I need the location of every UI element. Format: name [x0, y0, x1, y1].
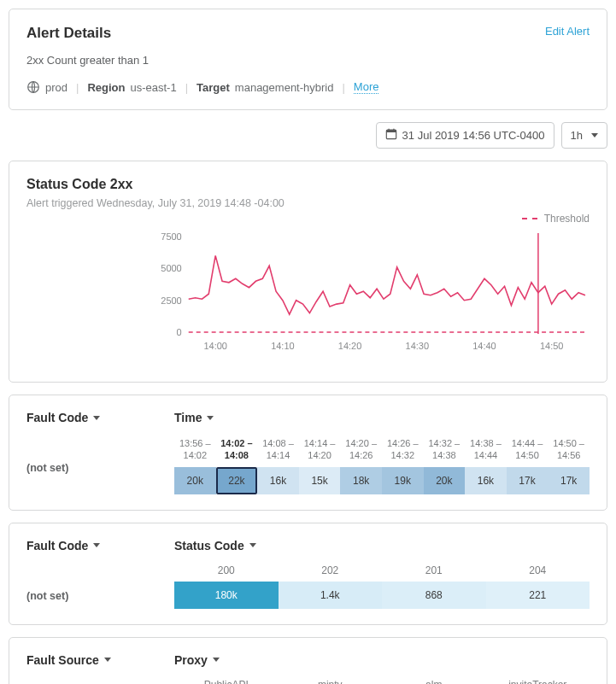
time-toolbar: 31 Jul 2019 14:56 UTC-0400 1h [9, 122, 607, 149]
svg-text:7500: 7500 [161, 231, 181, 242]
time-heat-cell[interactable]: 16k [465, 467, 507, 494]
status-code-dropdown[interactable]: Status Code [174, 539, 256, 552]
fault-source-dropdown[interactable]: Fault Source [26, 653, 111, 667]
svg-text:14:50: 14:50 [540, 341, 563, 351]
status-heat-cell[interactable]: 1.4k [279, 582, 383, 609]
region-label: Region [87, 81, 125, 94]
time-heat-cell[interactable]: 22k [216, 467, 258, 494]
time-heat-cell[interactable]: 19k [382, 467, 424, 494]
time-heat-row: 20k22k16k15k18k19k20k16k17k17k [174, 467, 590, 494]
target-label: Target [197, 81, 230, 94]
proxy-column-label: PublicAPI [174, 679, 279, 685]
status-code-label: 204 [486, 564, 590, 582]
calendar-icon [385, 128, 397, 143]
time-bucket-label: 14:08 –14:14 [257, 436, 299, 467]
chevron-down-icon [93, 543, 100, 547]
datetime-text: 31 Jul 2019 14:56 UTC-0400 [402, 129, 545, 142]
time-bucket-label: 14:38 –14:44 [465, 436, 507, 467]
edit-alert-link[interactable]: Edit Alert [545, 25, 590, 38]
alert-meta-row: prod | Region us-east-1 | Target managem… [26, 80, 590, 94]
time-bucket-label: 14:44 –14:50 [507, 436, 549, 467]
range-text: 1h [571, 129, 583, 142]
time-heat-cell[interactable]: 17k [507, 467, 549, 494]
time-heat-cell[interactable]: 18k [340, 467, 382, 494]
fault-status-card: Fault Code (not set) Status Code 2002022… [9, 523, 607, 625]
time-bucket-label: 14:50 –14:56 [548, 436, 590, 467]
time-heat-cell[interactable]: 20k [424, 467, 466, 494]
svg-text:0: 0 [177, 327, 182, 337]
target-value: management-hybrid [235, 81, 334, 94]
alert-details-title: Alert Details [26, 25, 111, 42]
alert-details-card: Alert Details Edit Alert 2xx Count great… [9, 9, 607, 110]
fault-code-dropdown[interactable]: Fault Code [26, 411, 100, 424]
svg-rect-4 [393, 129, 394, 132]
time-dropdown[interactable]: Time [174, 411, 214, 424]
proxy-header: PublicAPImintyalminviteTracker [174, 679, 590, 685]
status-line-chart: 025005000750014:0014:1014:2014:3014:4014… [26, 230, 590, 366]
chart-title: Status Code 2xx [26, 177, 590, 192]
chevron-down-icon [249, 543, 256, 547]
more-link[interactable]: More [354, 80, 379, 94]
chevron-down-icon [104, 658, 111, 662]
datetime-picker[interactable]: 31 Jul 2019 14:56 UTC-0400 [376, 122, 554, 149]
chevron-down-icon [213, 658, 220, 662]
svg-text:2500: 2500 [161, 295, 181, 306]
alert-condition-text: 2xx Count greater than 1 [26, 54, 590, 67]
status-heat-cell[interactable]: 180k [174, 582, 279, 609]
range-picker[interactable]: 1h [561, 122, 607, 149]
svg-text:14:30: 14:30 [406, 341, 429, 351]
time-heat-cell[interactable]: 15k [299, 467, 341, 494]
svg-text:14:40: 14:40 [472, 341, 496, 351]
status-heat-cell[interactable]: 868 [382, 582, 486, 609]
threshold-label: Threshold [544, 213, 590, 225]
fault-time-row-label: (not set) [26, 462, 159, 474]
chevron-down-icon [93, 416, 100, 420]
chart-legend: Threshold [26, 213, 590, 225]
chevron-down-icon [207, 416, 214, 420]
time-bucket-label: 13:56 –14:02 [174, 436, 216, 467]
status-chart-card: Status Code 2xx Alert triggered Wednesda… [9, 161, 607, 383]
chevron-down-icon [591, 133, 598, 137]
status-code-label: 201 [382, 564, 486, 582]
svg-rect-2 [386, 130, 396, 132]
region-value: us-east-1 [130, 81, 176, 94]
threshold-swatch [522, 218, 537, 219]
time-heat-cell[interactable]: 20k [174, 467, 216, 494]
time-bucket-label: 14:20 –14:26 [340, 436, 382, 467]
svg-rect-3 [388, 129, 389, 132]
time-heat-cell[interactable]: 17k [548, 467, 590, 494]
status-code-label: 202 [279, 564, 383, 582]
fault-time-card: Fault Code (not set) Time 13:56 –14:0214… [9, 395, 607, 511]
fault-proxy-card: Fault Source Proxy PublicAPImintyalminvi… [9, 637, 607, 685]
globe-icon [26, 80, 40, 94]
fault-status-row-label: (not set) [26, 590, 159, 602]
fault-code-dropdown-2[interactable]: Fault Code [26, 539, 100, 552]
chart-triggered-text: Alert triggered Wednesday, July 31, 2019… [26, 197, 590, 209]
time-bucket-label: 14:02 –14:08 [216, 436, 258, 467]
status-code-label: 200 [174, 564, 279, 582]
time-bucket-label: 14:26 –14:32 [382, 436, 424, 467]
time-heat-cell[interactable]: 16k [257, 467, 299, 494]
svg-text:5000: 5000 [161, 263, 181, 273]
time-bucket-header: 13:56 –14:0214:02 –14:0814:08 –14:1414:1… [174, 436, 590, 467]
proxy-column-label: alm [382, 679, 486, 685]
time-bucket-label: 14:14 –14:20 [299, 436, 341, 467]
status-heat-cell[interactable]: 221 [486, 582, 590, 609]
proxy-column-label: minty [279, 679, 383, 685]
time-bucket-label: 14:32 –14:38 [424, 436, 466, 467]
status-heat-row: 180k1.4k868221 [174, 582, 590, 609]
env-value: prod [45, 81, 67, 94]
svg-text:14:00: 14:00 [203, 341, 226, 351]
svg-text:14:20: 14:20 [338, 341, 361, 351]
status-code-header: 200202201204 [174, 564, 590, 582]
proxy-dropdown[interactable]: Proxy [174, 653, 220, 667]
proxy-column-label: inviteTracker [486, 679, 590, 685]
svg-text:14:10: 14:10 [271, 341, 294, 351]
